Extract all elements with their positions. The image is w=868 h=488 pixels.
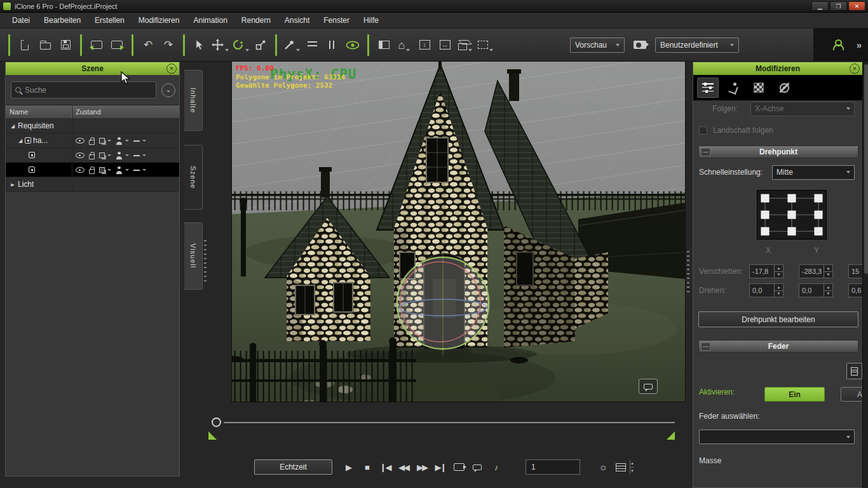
- link-tool-button[interactable]: [281, 35, 302, 55]
- export-stage-button[interactable]: [107, 35, 127, 55]
- previous-frame-button[interactable]: ◀◀: [397, 459, 410, 475]
- scale-tool-button[interactable]: [250, 35, 271, 55]
- playback-settings-button[interactable]: ☼: [596, 459, 609, 475]
- align-horizontal-button[interactable]: [302, 35, 322, 55]
- column-name[interactable]: Name: [6, 105, 72, 118]
- import-stage-button[interactable]: [86, 35, 107, 55]
- timeline-track[interactable]: [224, 422, 675, 423]
- drehpunkt-section-header[interactable]: — Drehpunkt: [698, 146, 858, 158]
- material-person-icon[interactable]: [116, 137, 123, 145]
- minimize-button[interactable]: ▁: [811, 1, 829, 11]
- select-tool-button[interactable]: [189, 35, 210, 55]
- tree-row-prop-1[interactable]: ha...: [6, 133, 179, 148]
- visibility-eye-icon[interactable]: [76, 138, 85, 144]
- open-project-button[interactable]: [35, 35, 55, 55]
- layout-toggle-button[interactable]: [374, 35, 394, 55]
- undo-button[interactable]: ↶: [138, 35, 158, 55]
- tab-szene[interactable]: Szene: [184, 145, 203, 210]
- verschieben-y-field[interactable]: -283,3 ▲▼: [799, 264, 833, 278]
- scene-search-box[interactable]: [11, 81, 156, 98]
- feder-dropdown[interactable]: [699, 430, 855, 444]
- collapse-icon[interactable]: —: [701, 148, 710, 156]
- viewport-3d[interactable]: PhysX: CPU FPS: 0.00 Polygone im Projekt…: [232, 62, 685, 402]
- landschaft-checkbox[interactable]: [699, 126, 707, 135]
- go-to-end-button[interactable]: ▶❙: [434, 459, 447, 475]
- left-splitter-grip[interactable]: [204, 240, 207, 283]
- scene-panel-close-icon[interactable]: ✕: [166, 64, 177, 74]
- stop-button[interactable]: ■: [360, 459, 373, 475]
- tab-inhalte[interactable]: Inhalte: [184, 70, 203, 131]
- save-project-button[interactable]: [55, 35, 76, 55]
- modify-panel-header[interactable]: Modifizieren ✕: [693, 62, 862, 75]
- right-splitter-grip[interactable]: [687, 251, 689, 294]
- verschieben-x-field[interactable]: -17,8 ▲▼: [749, 264, 783, 278]
- lock-icon[interactable]: [89, 154, 95, 159]
- timeline-range-start-marker[interactable]: [208, 431, 217, 440]
- search-input[interactable]: [25, 86, 152, 95]
- fit-vertical-button[interactable]: ↕: [414, 35, 435, 55]
- material-person-icon[interactable]: [116, 166, 123, 174]
- expand-icon[interactable]: [10, 182, 16, 187]
- tab-transform[interactable]: [697, 78, 719, 98]
- go-to-start-button[interactable]: ❙◀: [379, 459, 391, 475]
- feder-section-header[interactable]: — Feder: [698, 340, 858, 353]
- scene-panel-header[interactable]: Szene ✕: [6, 62, 179, 75]
- expand-icon[interactable]: [17, 138, 24, 144]
- schnelleinstellung-dropdown[interactable]: Mitte: [772, 165, 855, 180]
- expand-icon[interactable]: [10, 123, 16, 129]
- rotate-tool-button[interactable]: [230, 35, 250, 55]
- search-options-button[interactable]: ⌄: [161, 83, 175, 97]
- timeline-list-button[interactable]: [614, 459, 627, 475]
- next-frame-button[interactable]: ▶▶: [416, 459, 428, 475]
- new-project-button[interactable]: [15, 35, 35, 55]
- menu-erstellen[interactable]: Erstellen: [88, 13, 132, 27]
- close-button[interactable]: ✕: [848, 1, 865, 11]
- add-actor-button[interactable]: [827, 35, 848, 55]
- drehen-x-field[interactable]: 0,0 ▲▼: [749, 283, 783, 297]
- drehpunkt-bearbeiten-button[interactable]: Drehpunkt bearbeiten: [698, 311, 858, 327]
- move-tool-button[interactable]: [210, 35, 230, 55]
- timeline-playhead[interactable]: [212, 417, 221, 427]
- aktivieren-ein-button[interactable]: Ein: [764, 387, 825, 402]
- layers-icon[interactable]: [99, 167, 105, 173]
- column-zustand[interactable]: Zustand: [72, 105, 179, 118]
- camera-button[interactable]: [630, 35, 650, 55]
- menu-bearbeiten[interactable]: Bearbeiten: [37, 13, 88, 27]
- frame-counter[interactable]: ▲▼: [526, 459, 580, 475]
- home-view-button[interactable]: ⌂: [394, 35, 414, 55]
- spinner[interactable]: ▲▼: [774, 265, 783, 278]
- menu-ansicht[interactable]: Ansicht: [278, 13, 316, 27]
- audio-button[interactable]: ♪: [489, 459, 502, 475]
- spinner[interactable]: ▲▼: [774, 284, 783, 297]
- spinner[interactable]: ▲▼: [824, 284, 832, 297]
- spring-edit-button[interactable]: [846, 363, 862, 379]
- tab-material[interactable]: [748, 78, 770, 98]
- layers-icon[interactable]: [99, 152, 105, 158]
- lock-icon[interactable]: [89, 140, 95, 145]
- tab-animation[interactable]: [722, 78, 744, 98]
- tab-visuell[interactable]: Visuell: [184, 222, 203, 290]
- lock-icon[interactable]: [89, 169, 95, 174]
- menu-datei[interactable]: Datei: [5, 13, 37, 27]
- fit-horizontal-button[interactable]: ↔: [435, 35, 455, 55]
- aktivieren-aus-button[interactable]: A: [841, 387, 863, 402]
- frame-spinner[interactable]: ▲▼: [630, 460, 634, 474]
- tree-row-prop-2[interactable]: [6, 148, 179, 163]
- verschieben-z-field[interactable]: 15 ▲▼: [848, 264, 863, 278]
- menu-fenster[interactable]: Fenster: [316, 13, 356, 27]
- camera-cube-button[interactable]: [455, 35, 475, 55]
- frame-select-button[interactable]: [475, 35, 496, 55]
- folgen-dropdown[interactable]: X-Achse: [750, 102, 855, 116]
- viewport-comment-button[interactable]: [639, 379, 658, 394]
- maximize-button[interactable]: ❐: [830, 1, 847, 11]
- layers-icon[interactable]: [99, 138, 105, 144]
- tree-row-prop-3-selected[interactable]: [6, 163, 179, 177]
- toolbar-overflow-chevrons[interactable]: »: [857, 39, 862, 50]
- menu-modifizieren[interactable]: Modifizieren: [132, 13, 187, 27]
- timeline-range-end-marker[interactable]: [667, 431, 675, 440]
- material-person-icon[interactable]: [116, 152, 123, 159]
- drehen-y-field[interactable]: 0,0 ▲▼: [799, 283, 833, 297]
- pivot-grid[interactable]: [757, 190, 827, 240]
- menu-hilfe[interactable]: Hilfe: [356, 13, 386, 27]
- vertical-scrollbar[interactable]: [862, 62, 868, 488]
